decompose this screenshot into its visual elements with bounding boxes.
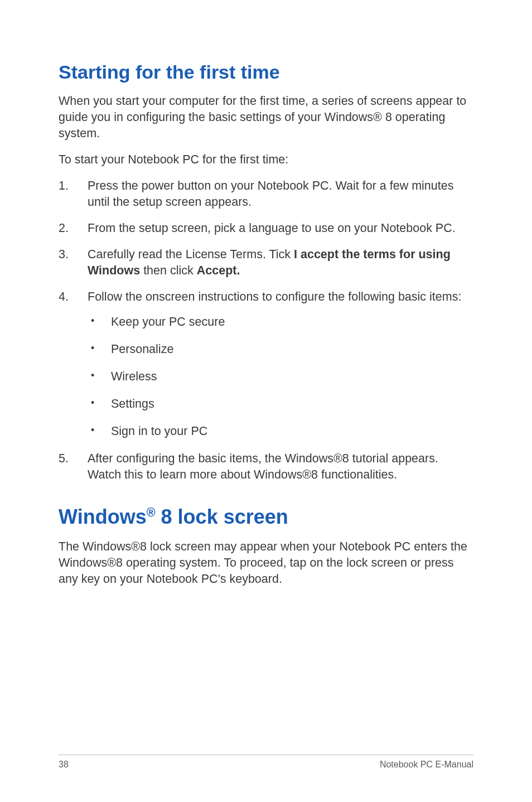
heading-pre: Windows <box>59 505 147 528</box>
page-number: 38 <box>59 760 69 770</box>
lockscreen-paragraph: The Windows®8 lock screen may appear whe… <box>59 539 473 587</box>
page-footer: 38 Notebook PC E-Manual <box>59 755 473 770</box>
steps-list: Press the power button on your Notebook … <box>59 178 473 483</box>
step-3-bold-2: Accept. <box>197 264 240 277</box>
basic-item-5: Sign in to your PC <box>88 423 473 439</box>
basic-item-3: Wireless <box>88 369 473 385</box>
step-3-text-pre: Carefully read the License Terms. Tick <box>88 248 294 261</box>
step-2: From the setup screen, pick a language t… <box>59 220 473 236</box>
step-5: After configuring the basic items, the W… <box>59 451 473 483</box>
step-4: Follow the onscreen instructions to conf… <box>59 289 473 439</box>
heading-post: 8 lock screen <box>156 505 288 528</box>
basic-item-2: Personalize <box>88 341 473 357</box>
footer-title: Notebook PC E-Manual <box>380 760 473 770</box>
intro-paragraph-1: When you start your computer for the fir… <box>59 93 473 142</box>
basic-items-list: Keep your PC secure Personalize Wireless… <box>88 314 473 439</box>
section-heading-starting: Starting for the first time <box>59 61 473 83</box>
step-4-text: Follow the onscreen instructions to conf… <box>88 290 461 303</box>
step-3-text-mid: then click <box>140 264 197 277</box>
basic-item-4: Settings <box>88 396 473 412</box>
registered-icon: ® <box>147 505 156 519</box>
step-1: Press the power button on your Notebook … <box>59 178 473 210</box>
section-heading-lockscreen: Windows® 8 lock screen <box>59 505 473 529</box>
step-3: Carefully read the License Terms. Tick I… <box>59 247 473 279</box>
basic-item-1: Keep your PC secure <box>88 314 473 330</box>
intro-paragraph-2: To start your Notebook PC for the first … <box>59 152 473 168</box>
